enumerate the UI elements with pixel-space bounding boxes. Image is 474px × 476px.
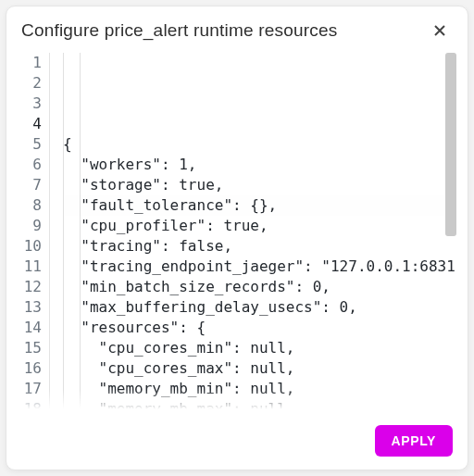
code-line[interactable]: "memory_mb_min": null, [63, 379, 456, 399]
apply-button[interactable]: APPLY [375, 425, 453, 457]
line-number: 16 [21, 358, 42, 379]
line-number: 11 [21, 257, 42, 277]
code-line[interactable]: { [63, 134, 456, 155]
line-number: 9 [21, 216, 42, 236]
code-line[interactable]: "memory_mb_max": null, [63, 399, 456, 414]
close-icon [432, 23, 447, 38]
dialog-title: Configure price_alert runtime resources [21, 20, 338, 41]
config-dialog: Configure price_alert runtime resources … [6, 6, 468, 470]
line-number: 7 [21, 175, 42, 195]
code-line[interactable]: "resources": { [63, 318, 456, 338]
line-number: 5 [21, 134, 42, 155]
dialog-header: Configure price_alert runtime resources [6, 6, 468, 53]
code-line[interactable]: "cpu_cores_min": null, [63, 338, 456, 358]
line-number: 12 [21, 277, 42, 297]
line-number: 6 [21, 155, 42, 175]
line-number: 13 [21, 297, 42, 318]
code-line[interactable]: "tracing_endpoint_jaeger": "127.0.0.1:68… [63, 257, 456, 277]
code-line[interactable]: "cpu_profiler": true, [63, 216, 456, 236]
code-editor[interactable]: 123456789101112131415161718 { "workers":… [18, 53, 456, 414]
line-number: 8 [21, 195, 42, 216]
line-number: 1 [21, 53, 42, 73]
close-button[interactable] [427, 18, 453, 44]
code-area[interactable]: { "workers": 1, "storage": true, "fault_… [49, 53, 456, 414]
line-number: 15 [21, 338, 42, 358]
code-line[interactable]: "cpu_cores_max": null, [63, 358, 456, 379]
line-number: 10 [21, 236, 42, 257]
line-number: 18 [21, 399, 42, 414]
line-number: 4 [21, 114, 42, 134]
line-number: 2 [21, 73, 42, 94]
code-line[interactable]: "fault_tolerance": {}, [63, 195, 456, 216]
code-line[interactable]: "max_buffering_delay_usecs": 0, [63, 297, 456, 318]
dialog-footer: APPLY [6, 414, 468, 470]
line-number: 17 [21, 379, 42, 399]
line-number: 14 [21, 318, 42, 338]
vertical-scrollbar[interactable] [445, 53, 456, 236]
code-line[interactable]: "tracing": false, [63, 236, 456, 257]
line-number: 3 [21, 94, 42, 114]
code-line[interactable]: "workers": 1, [63, 155, 456, 175]
code-line[interactable]: "storage": true, [63, 175, 456, 195]
line-number-gutter: 123456789101112131415161718 [18, 53, 49, 414]
code-line[interactable]: "min_batch_size_records": 0, [63, 277, 456, 297]
